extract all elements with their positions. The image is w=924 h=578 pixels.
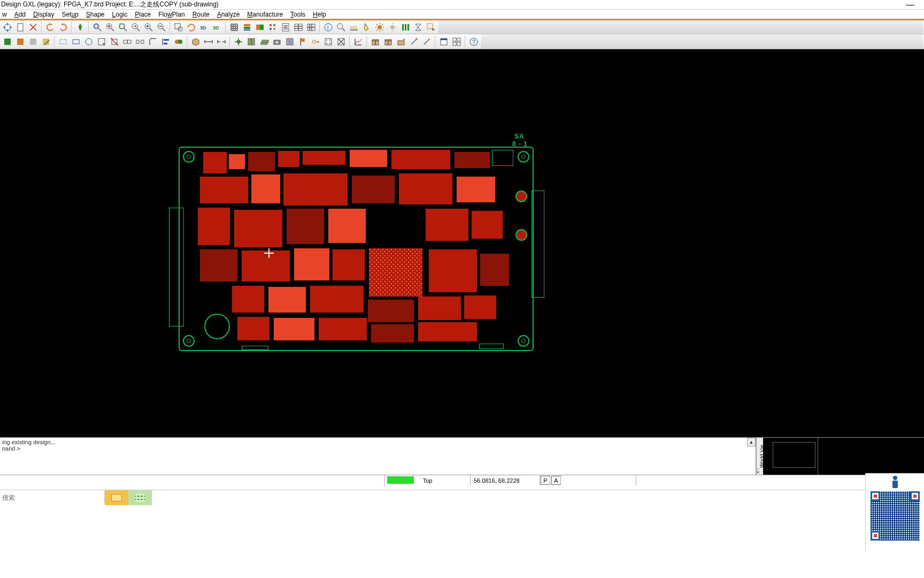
menu-shape[interactable]: Shape [86,11,105,18]
zoom-sel-icon[interactable] [142,21,155,34]
svg-rect-153 [453,42,456,45]
pcb-board [179,147,534,351]
close-icon[interactable]: × [757,469,759,475]
grid-icon[interactable] [228,21,241,34]
status-toggle-a[interactable]: A [551,476,561,485]
wand2-icon[interactable]: ✦ [420,35,433,48]
zoom-prev-icon[interactable] [129,21,142,34]
svg-rect-86 [43,39,49,45]
stack-icon[interactable] [258,35,271,48]
sun2-icon[interactable] [386,21,399,34]
select-rect-icon[interactable] [95,35,108,48]
svg-point-45 [270,28,272,30]
refresh-icon[interactable] [185,21,198,34]
menu-add[interactable]: Add [14,11,26,18]
menu-analyze[interactable]: Analyze [217,11,240,18]
undo-icon[interactable] [44,21,57,34]
gift3-icon[interactable]: ★ [395,35,407,48]
help-icon[interactable]: ? [467,35,480,48]
zoom-in-icon[interactable] [104,21,117,34]
shape-outline-icon[interactable] [14,35,27,48]
wand-icon[interactable] [407,35,420,48]
tile-icon[interactable] [450,35,463,48]
key-icon[interactable] [309,35,322,48]
menu-help[interactable]: Help [313,11,326,18]
measure-icon[interactable]: 123 [348,21,360,34]
minimize-button[interactable]: — [906,2,914,7]
window-icon[interactable] [437,35,450,48]
zoom-out-icon[interactable] [155,21,168,34]
menu-manufacture[interactable]: Manufacture [247,11,283,18]
rect-dash-icon[interactable] [57,35,70,48]
menu-setup[interactable]: Setup [61,11,78,18]
taskbar-allegro-app[interactable] [128,490,152,505]
world-view-minimap[interactable] [763,438,924,475]
dim-gap-icon[interactable] [215,35,228,48]
shape-fill-icon[interactable] [1,35,14,48]
gift1-icon[interactable] [369,35,382,48]
zoom-window-icon[interactable] [91,21,104,34]
scroll-up-button[interactable]: ▲ [747,438,756,446]
layers-icon[interactable] [241,21,253,34]
menu-flowplan[interactable]: FlowPlan [158,11,184,18]
join-icon[interactable] [121,35,134,48]
status-coordinates: 56.0816, 68.2228 [471,475,540,485]
chart-icon[interactable] [352,35,365,48]
menu-place[interactable]: Place [135,11,151,18]
round-icon[interactable] [147,35,159,48]
status-toggle-p[interactable]: P [541,476,550,485]
palette-icon[interactable] [266,21,279,34]
cursor-box-icon[interactable] [425,21,437,34]
fanout-icon[interactable] [232,35,245,48]
net-a-icon[interactable] [322,35,335,48]
redo-icon[interactable] [57,21,70,34]
info-icon[interactable]: i [322,21,335,34]
table-icon[interactable] [292,21,305,34]
layer-pair-icon[interactable] [253,21,266,34]
spread-icon[interactable] [305,21,318,34]
world-view-toggle[interactable]: × World Vie [756,438,763,475]
menu-display[interactable]: Display [33,11,54,18]
net-b-icon[interactable] [335,35,348,48]
circle-icon[interactable] [82,35,95,48]
hourglass-icon[interactable] [412,21,425,34]
filter-icon[interactable] [283,35,296,48]
menu-logic[interactable]: Logic [112,11,128,18]
command-log[interactable]: ing existing design... nand > ▲ [0,438,756,475]
find-icon[interactable] [335,21,348,34]
design-canvas[interactable]: SA 8 - 1 [0,49,924,437]
3d-icon[interactable]: 3D [198,21,211,34]
svg-rect-80 [405,24,406,31]
package-icon[interactable] [189,35,202,48]
zoom-fit-icon[interactable] [117,21,129,34]
gap-icon[interactable] [134,35,147,48]
taskbar [0,490,924,505]
align-icon[interactable] [159,35,172,48]
pin-icon[interactable] [74,21,87,34]
rect-icon[interactable] [70,35,82,48]
taskbar-file-explorer[interactable] [105,490,128,505]
merge-icon[interactable] [172,35,185,48]
svg-rect-83 [4,39,11,45]
dim-h-icon[interactable] [202,35,215,48]
zoom-region-icon[interactable] [172,21,185,34]
shape-off-icon[interactable] [27,35,40,48]
bars-icon[interactable] [399,21,412,34]
sheet-icon[interactable] [279,21,292,34]
new-icon[interactable] [14,21,27,34]
menu-route[interactable]: Route [192,11,210,18]
trim-icon[interactable] [108,35,121,48]
shape-edit-icon[interactable] [40,35,52,48]
menu-file[interactable]: w [2,11,7,18]
delete-icon[interactable] [27,21,40,34]
search-input[interactable] [0,492,105,504]
target-icon[interactable] [1,21,14,34]
gift2-icon[interactable] [382,35,395,48]
highlight-icon[interactable] [360,21,373,34]
camera-icon[interactable] [271,35,283,48]
book-icon[interactable] [245,35,258,48]
3d-alt-icon[interactable]: 3D [211,21,224,34]
flag-icon[interactable] [296,35,309,48]
sun-icon[interactable] [373,21,386,34]
menu-tools[interactable]: Tools [290,11,305,18]
